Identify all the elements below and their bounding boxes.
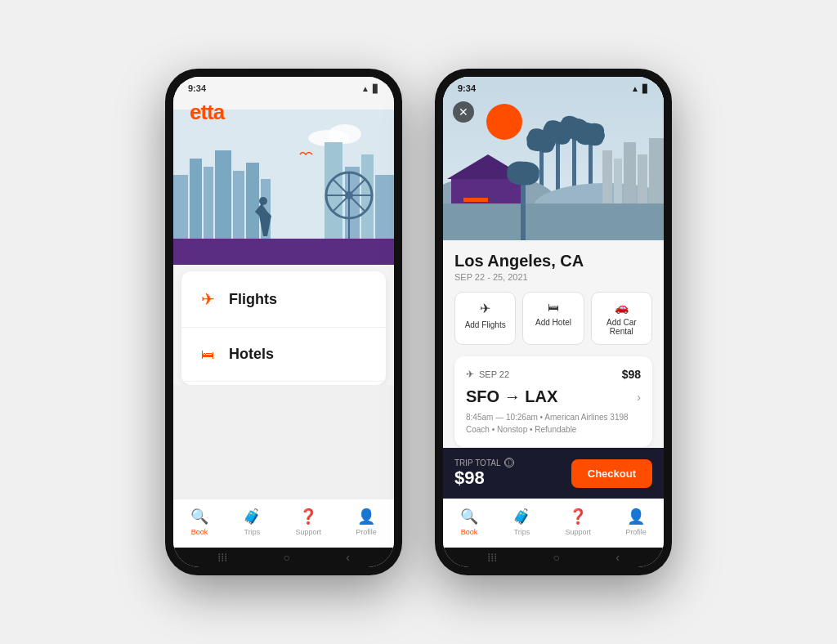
svg-point-26 <box>486 104 522 140</box>
status-icons-2: ▲ ▊ <box>631 84 649 93</box>
destination-dates: SEP 22 - 25, 2021 <box>454 272 652 282</box>
phone-1-screen: 9:34 ▲ ▊ etta <box>173 77 394 567</box>
phone-2-screen: 9:34 ▲ ▊ ✕ <box>443 77 664 567</box>
flight-date-row: ✈ SEP 22 <box>466 369 509 380</box>
add-car-button[interactable]: 🚗 Add Car Rental <box>591 292 652 345</box>
nav-profile-1[interactable]: 👤 Profile <box>356 508 377 536</box>
close-button[interactable]: ✕ <box>453 101 474 123</box>
support-icon-1: ❓ <box>299 508 317 525</box>
destination-title: Los Angeles, CA <box>454 252 652 271</box>
add-car-label: Add Car Rental <box>597 318 647 336</box>
nav-book-2[interactable]: 🔍 Book <box>460 508 478 536</box>
status-time-2: 9:34 <box>458 83 476 93</box>
svg-rect-45 <box>602 150 612 208</box>
gesture-back-icon-2: ‹ <box>615 551 620 564</box>
svg-rect-49 <box>649 138 664 208</box>
gesture-bar-2: ⁞⁞⁞ ○ ‹ <box>443 548 664 567</box>
gesture-circle-icon-2: ○ <box>553 551 559 564</box>
trips-label-1: Trips <box>244 528 261 536</box>
svg-rect-14 <box>375 175 394 240</box>
svg-rect-6 <box>215 150 231 240</box>
flight-date: SEP 22 <box>479 369 509 379</box>
gesture-lines-icon: ⁞⁞⁞ <box>217 551 227 564</box>
svg-rect-5 <box>204 167 213 240</box>
svg-rect-53 <box>443 203 664 240</box>
flight-card-header: ✈ SEP 22 $98 <box>466 368 641 381</box>
book-label-2: Book <box>461 528 478 536</box>
flights-label: Flights <box>229 291 277 308</box>
nav-trips-1[interactable]: 🧳 Trips <box>243 508 261 536</box>
profile-label-2: Profile <box>625 528 647 536</box>
close-icon: ✕ <box>459 105 468 119</box>
trips-icon-1: 🧳 <box>243 508 261 525</box>
flight-route: SFO → LAX <box>466 387 557 406</box>
la-illustration <box>443 77 664 240</box>
flight-airline: American Airlines 3198 <box>544 413 628 422</box>
battery-icon-2: ▊ <box>642 84 649 93</box>
trip-total-amount: $98 <box>454 467 514 489</box>
profile-label-1: Profile <box>356 528 377 536</box>
trip-total-left: TRIP TOTAL ⓘ $98 <box>454 458 514 489</box>
add-flights-label: Add Flights <box>465 320 506 329</box>
etta-logo: etta <box>190 100 224 125</box>
add-flights-button[interactable]: ✈ Add Flights <box>454 292 516 345</box>
svg-rect-3 <box>173 175 188 240</box>
flight-plane-icon: ✈ <box>466 369 474 380</box>
info-icon: ⓘ <box>504 458 514 467</box>
svg-rect-52 <box>463 198 488 202</box>
flight-time: 8:45am — 10:26am <box>466 413 538 422</box>
nav-book-1[interactable]: 🔍 Book <box>190 508 208 536</box>
hotels-label: Hotels <box>229 346 274 363</box>
flight-details: 8:45am — 10:26am • American Airlines 319… <box>466 411 641 436</box>
phone-2: 9:34 ▲ ▊ ✕ <box>435 69 672 575</box>
profile-icon-1: 👤 <box>357 508 375 525</box>
phone1-header: etta <box>173 77 394 265</box>
flight-class: Coach <box>466 425 490 434</box>
svg-rect-48 <box>638 154 647 208</box>
nav-profile-2[interactable]: 👤 Profile <box>625 508 647 536</box>
gesture-back-icon: ‹ <box>346 551 350 564</box>
flight-stops: Nonstop <box>497 425 527 434</box>
content-spacer <box>173 385 394 499</box>
battery-icon: ▊ <box>373 84 379 93</box>
trip-total-bar: TRIP TOTAL ⓘ $98 Checkout <box>443 448 664 499</box>
menu-item-flights[interactable]: ✈ Flights <box>181 271 386 328</box>
signal-icon: ▲ <box>361 84 369 93</box>
add-hotel-button[interactable]: 🛏 Add Hotel <box>522 292 584 345</box>
svg-point-2 <box>329 124 361 144</box>
trips-icon-2: 🧳 <box>512 508 530 525</box>
nav-support-2[interactable]: ❓ Support <box>566 508 592 536</box>
status-time-1: 9:34 <box>188 83 206 93</box>
svg-rect-46 <box>614 159 622 208</box>
book-icon-1: 🔍 <box>190 508 208 525</box>
svg-point-20 <box>345 191 353 199</box>
phone2-hero: 9:34 ▲ ▊ ✕ <box>443 77 664 240</box>
bottom-nav-1: 🔍 Book 🧳 Trips ❓ Support 👤 Profile <box>173 499 394 548</box>
add-flights-icon: ✈ <box>480 301 490 316</box>
support-label-1: Support <box>296 528 322 536</box>
flight-price: $98 <box>622 368 641 381</box>
bottom-nav-2: 🔍 Book 🧳 Trips ❓ Support 👤 Profile <box>443 499 664 548</box>
gesture-circle-icon: ○ <box>283 551 289 564</box>
support-icon-2: ❓ <box>569 508 587 525</box>
flight-card[interactable]: ✈ SEP 22 $98 SFO → LAX › 8:45am — 10:26a… <box>454 356 652 447</box>
svg-rect-7 <box>233 171 244 240</box>
add-services-row: ✈ Add Flights 🛏 Add Hotel 🚗 Add Car Rent… <box>454 292 652 345</box>
nav-trips-2[interactable]: 🧳 Trips <box>512 508 530 536</box>
menu-card: ✈ Flights 🛏 Hotels 🚗 Car Rentals <box>181 271 386 385</box>
status-bar-2: 9:34 ▲ ▊ <box>443 77 664 96</box>
phone-1: 9:34 ▲ ▊ etta <box>165 69 402 575</box>
add-hotel-icon: 🛏 <box>548 301 559 314</box>
gesture-bar-1: ⁞⁞⁞ ○ ‹ <box>173 548 394 567</box>
nav-support-1[interactable]: ❓ Support <box>296 508 322 536</box>
svg-point-23 <box>259 197 267 205</box>
phone2-content: Los Angeles, CA SEP 22 - 25, 2021 ✈ Add … <box>443 240 664 448</box>
flight-refundable: Refundable <box>535 425 576 434</box>
add-hotel-label: Add Hotel <box>535 318 571 327</box>
flights-icon: ✈ <box>198 289 217 309</box>
menu-item-hotels[interactable]: 🛏 Hotels <box>181 328 386 382</box>
checkout-button[interactable]: Checkout <box>571 459 652 488</box>
book-label-1: Book <box>191 528 208 536</box>
chevron-right-icon: › <box>637 391 641 404</box>
support-label-2: Support <box>566 528 592 536</box>
